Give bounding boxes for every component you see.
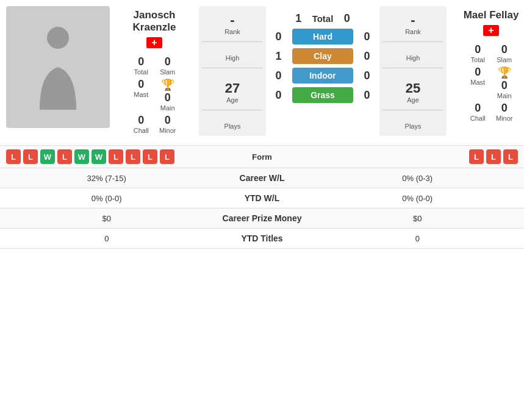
right-stat-total: 0 Total <box>469 43 486 63</box>
left-player-info: Janosch Kraenzle 0 Total 0 Slam 0 Mast <box>115 6 194 136</box>
indoor-row: 0 Indoor 0 <box>271 68 375 84</box>
career-wl-label: Career W/L <box>207 173 317 183</box>
top-section: Janosch Kraenzle 0 Total 0 Slam 0 Mast <box>0 0 524 142</box>
form-badge-left: W <box>92 149 106 164</box>
svg-point-0 <box>47 27 69 49</box>
right-player-flag <box>483 25 500 36</box>
right-high-section: High <box>382 48 443 68</box>
left-rank-box: - Rank High 27 Age Plays <box>199 6 266 136</box>
career-prize-left: $0 <box>6 214 207 223</box>
total-row: 1 Total 0 <box>271 12 375 25</box>
form-badge-left: L <box>109 149 123 164</box>
form-badge-left: L <box>6 149 21 164</box>
left-stat-trophy: 🏆 0 Main <box>159 78 176 112</box>
right-stat-minor: 0 Minor <box>496 102 513 122</box>
form-badge-right: L <box>486 149 501 164</box>
career-wl-right: 0% (0-3) <box>317 174 519 183</box>
form-badge-right: L <box>469 149 484 164</box>
form-row: LLWLWWLLLL Form LLL <box>0 146 524 168</box>
career-prize-right: $0 <box>317 214 519 223</box>
left-rank-section: - Rank <box>202 12 263 42</box>
right-player-info: Mael Fellay 0 Total 0 Slam 0 Mast <box>451 6 524 136</box>
left-plays-section: Plays <box>224 116 241 130</box>
form-badge-left: W <box>74 149 89 164</box>
left-stat-chall: 0 Chall <box>132 114 149 134</box>
bottom-section: LLWLWWLLLL Form LLL 32% (7-15) Career W/… <box>0 145 524 249</box>
ytd-titles-right: 0 <box>317 234 519 243</box>
ytd-wl-row: 0% (0-0) YTD W/L 0% (0-0) <box>0 188 524 208</box>
right-age-section: 25 Age <box>382 74 443 110</box>
center-match-column: 1 Total 0 0 Hard 0 1 Clay 0 0 Indoor 0 <box>271 6 375 136</box>
left-player-stats: 0 Total 0 Slam 0 Mast 🏆 0 Main 0 <box>132 55 176 134</box>
form-badge-left: L <box>143 149 157 164</box>
left-stat-mast: 0 Mast <box>132 78 149 112</box>
ytd-titles-label: YTD Titles <box>207 233 317 243</box>
form-badge-left: L <box>160 149 174 164</box>
ytd-wl-label: YTD W/L <box>207 193 317 203</box>
clay-row: 1 Clay 0 <box>271 48 375 64</box>
right-stat-mast: 0 Mast <box>469 66 486 99</box>
form-badge-left: L <box>23 149 38 164</box>
form-badge-left: W <box>40 149 55 164</box>
career-prize-label: Career Prize Money <box>207 213 317 223</box>
hard-row: 0 Hard 0 <box>271 29 375 44</box>
left-age-section: 27 Age <box>202 74 263 110</box>
right-plays-section: Plays <box>405 116 422 130</box>
left-player-photo <box>6 6 110 128</box>
grass-row: 0 Grass 0 <box>271 87 375 103</box>
left-player-flag <box>146 37 163 48</box>
right-stat-slam: 0 Slam <box>496 43 513 63</box>
ytd-wl-right: 0% (0-0) <box>317 194 519 203</box>
right-stat-chall: 0 Chall <box>469 102 486 122</box>
left-high-section: High <box>202 48 263 68</box>
career-wl-left: 32% (7-15) <box>6 174 207 183</box>
right-player-name: Mael Fellay <box>464 9 519 21</box>
left-stat-total: 0 Total <box>132 55 149 76</box>
form-label: Form <box>207 152 317 162</box>
career-prize-row: $0 Career Prize Money $0 <box>0 208 524 229</box>
form-badge-left: L <box>126 149 140 164</box>
left-stat-slam: 0 Slam <box>159 55 176 76</box>
right-stat-trophy: 🏆 0 Main <box>496 66 513 99</box>
right-rank-section: - Rank <box>382 12 443 42</box>
right-rank-box: - Rank High 25 Age Plays <box>379 6 447 136</box>
main-container: Janosch Kraenzle 0 Total 0 Slam 0 Mast <box>0 0 524 249</box>
left-stat-minor: 0 Minor <box>159 114 176 134</box>
ytd-wl-left: 0% (0-0) <box>6 194 207 203</box>
form-badge-right: L <box>503 149 518 164</box>
right-player-stats: 0 Total 0 Slam 0 Mast 🏆 0 Main 0 <box>469 43 512 122</box>
right-form-badges: LLL <box>317 149 519 164</box>
form-badge-left: L <box>57 149 72 164</box>
ytd-titles-left: 0 <box>6 234 207 243</box>
ytd-titles-row: 0 YTD Titles 0 <box>0 229 524 249</box>
left-player-name: Janosch Kraenzle <box>133 9 176 34</box>
left-form-badges: LLWLWWLLLL <box>6 149 207 164</box>
career-wl-row: 32% (7-15) Career W/L 0% (0-3) <box>0 168 524 188</box>
